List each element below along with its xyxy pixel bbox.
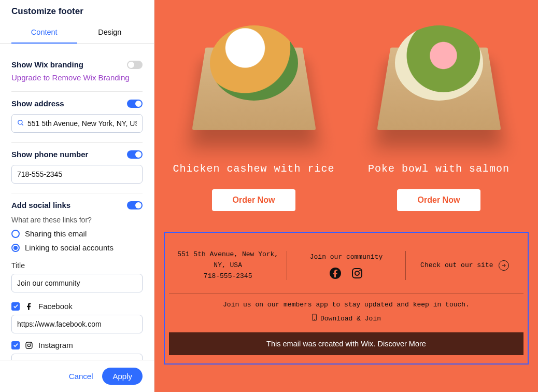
panel-actions: Cancel Apply xyxy=(0,360,154,392)
social-help: What are these links for? xyxy=(11,216,143,224)
panel-tabs: Content Design xyxy=(0,24,154,44)
facebook-icon xyxy=(25,302,33,311)
address-label: Show address xyxy=(11,99,64,108)
radio-label: Sharing this email xyxy=(25,229,87,238)
instagram-row[interactable]: Instagram xyxy=(11,341,143,349)
svg-point-4 xyxy=(31,343,32,344)
radio-link-accounts[interactable]: Linking to social accounts xyxy=(11,243,143,252)
wix-discover-more-link[interactable]: Discover More xyxy=(377,340,426,348)
product-name: Poke bowl with salmon xyxy=(354,163,523,175)
social-label: Add social links xyxy=(11,201,70,209)
address-field[interactable] xyxy=(11,114,143,133)
social-title-label: Title xyxy=(11,261,143,270)
members-line: Join us on our members app to stay updat… xyxy=(169,301,523,309)
download-join-label: Download & Join xyxy=(320,315,381,323)
svg-point-11 xyxy=(314,319,315,320)
branding-toggle[interactable] xyxy=(127,61,143,69)
address-toggle[interactable] xyxy=(127,100,143,108)
upgrade-branding-link[interactable]: Upgrade to Remove Wix Branding xyxy=(11,73,143,82)
instagram-checkbox[interactable] xyxy=(11,341,20,349)
facebook-label: Facebook xyxy=(38,302,73,311)
facebook-row[interactable]: Facebook xyxy=(11,302,143,311)
product-name: Chicken cashew with rice xyxy=(169,163,338,175)
branding-label: Show Wix branding xyxy=(11,60,83,69)
phone-toggle[interactable] xyxy=(127,150,143,159)
facebook-url-input[interactable] xyxy=(17,320,137,328)
site-link-label: Check out our site xyxy=(420,260,493,271)
radio-icon xyxy=(11,244,20,252)
wix-branding-bar: This email was created with Wix. Discove… xyxy=(169,332,523,355)
email-preview: Chicken cashew with rice Order Now Poke … xyxy=(154,0,538,392)
customize-footer-panel: Customize footer Content Design Show Wix… xyxy=(0,0,154,392)
svg-line-1 xyxy=(22,123,23,125)
divider xyxy=(169,293,523,293)
svg-point-8 xyxy=(359,270,361,271)
instagram-icon[interactable] xyxy=(351,267,363,279)
order-now-button[interactable]: Order Now xyxy=(397,189,481,211)
instagram-url-field[interactable] xyxy=(11,354,143,360)
social-toggle[interactable] xyxy=(127,201,143,209)
svg-point-3 xyxy=(27,344,30,346)
panel-title: Customize footer xyxy=(11,6,143,17)
product-image xyxy=(181,7,327,147)
phone-field[interactable] xyxy=(11,165,143,184)
facebook-url-field[interactable] xyxy=(11,315,143,333)
footer-address-col: 551 5th Avenue, New York, NY, USA 718-55… xyxy=(169,247,287,284)
svg-point-0 xyxy=(18,120,22,124)
product-image xyxy=(366,7,512,147)
order-now-button[interactable]: Order Now xyxy=(212,189,296,211)
arrow-right-icon xyxy=(499,260,509,271)
radio-label: Linking to social accounts xyxy=(25,243,114,252)
facebook-icon[interactable] xyxy=(329,267,342,279)
email-canvas: Chicken cashew with rice Order Now Poke … xyxy=(154,0,538,392)
apply-button[interactable]: Apply xyxy=(102,368,143,385)
facebook-checkbox[interactable] xyxy=(11,302,20,311)
radio-icon xyxy=(11,230,20,238)
instagram-label: Instagram xyxy=(38,341,73,349)
search-icon xyxy=(17,119,24,128)
cancel-button[interactable]: Cancel xyxy=(69,372,93,381)
email-footer-selected[interactable]: 551 5th Avenue, New York, NY, USA 718-55… xyxy=(164,232,529,365)
footer-site-col: Check out our site xyxy=(406,258,523,273)
tab-design[interactable]: Design xyxy=(77,24,143,43)
phone-icon xyxy=(312,314,317,323)
svg-point-7 xyxy=(355,271,359,275)
footer-phone: 718-555-2345 xyxy=(174,271,281,282)
wix-bar-text: This email was created with Wix. xyxy=(266,340,375,348)
product-card: Poke bowl with salmon Order Now xyxy=(354,7,523,211)
product-row: Chicken cashew with rice Order Now Poke … xyxy=(164,0,529,226)
address-input[interactable] xyxy=(27,119,137,128)
download-join-link[interactable]: Download & Join xyxy=(169,314,523,323)
site-link[interactable]: Check out our site xyxy=(420,260,508,271)
social-title-input[interactable] xyxy=(17,279,137,287)
phone-input[interactable] xyxy=(17,170,137,178)
product-card: Chicken cashew with rice Order Now xyxy=(169,7,338,211)
social-title-field[interactable] xyxy=(11,274,143,292)
instagram-icon xyxy=(25,341,33,349)
footer-community-title: Join our community xyxy=(292,252,400,263)
tab-content[interactable]: Content xyxy=(11,24,77,44)
phone-label: Show phone number xyxy=(11,150,88,159)
footer-address-line: NY, USA xyxy=(174,260,281,271)
footer-address-line: 551 5th Avenue, New York, xyxy=(174,249,281,260)
footer-social-col: Join our community xyxy=(287,250,405,282)
radio-share-email[interactable]: Sharing this email xyxy=(11,229,143,238)
